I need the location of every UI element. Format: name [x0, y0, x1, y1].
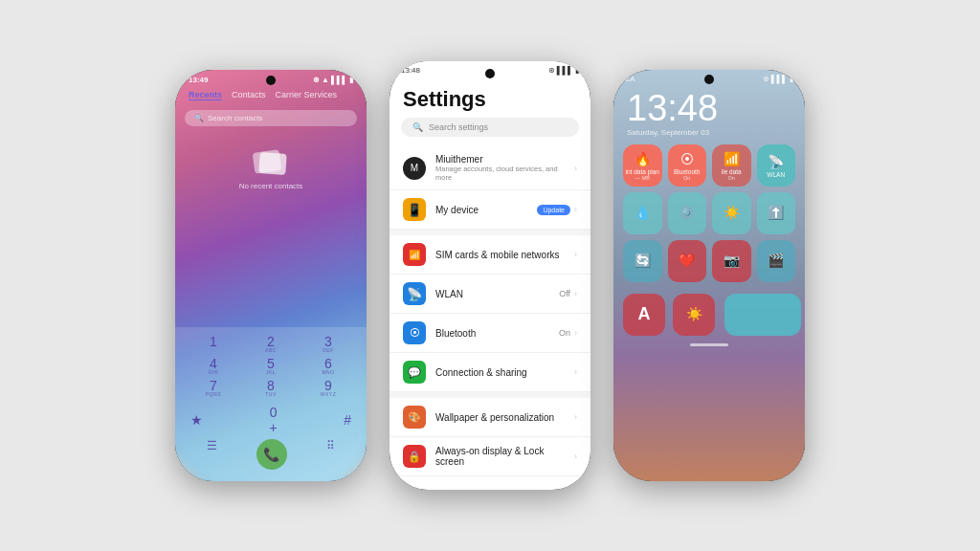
chevron-icon-sim: ›: [574, 250, 577, 259]
dial-key-5[interactable]: 5JKL: [244, 357, 298, 375]
tile-r2-3[interactable]: ☀️: [712, 192, 751, 234]
settings-item-miuithemer[interactable]: M Miuithemer Manage accounts, cloud serv…: [390, 146, 590, 190]
connection-text: Connection & sharing: [435, 367, 565, 378]
settings-item-wallpaper[interactable]: 🎨 Wallpaper & personalization ›: [390, 398, 590, 437]
mobile-sublabel: On: [728, 175, 735, 181]
camera-cutout: [266, 76, 276, 85]
battery-icon: ▮: [349, 76, 353, 84]
settings-search[interactable]: 🔍 Search settings: [401, 118, 579, 137]
settings-item-connection[interactable]: 💬 Connection & sharing ›: [390, 353, 590, 392]
dial-key-1[interactable]: 1: [187, 335, 240, 353]
chevron-icon-wlan: ›: [574, 289, 577, 298]
mydevice-icon: 📱: [403, 198, 426, 221]
status-time-1: 13:49: [189, 76, 208, 84]
tile-r3-4[interactable]: 🎬: [757, 240, 796, 282]
card-front: [258, 152, 286, 175]
dial-key-2[interactable]: 2ABC: [244, 335, 298, 353]
settings-item-sim[interactable]: 📶 SIM cards & mobile networks ›: [390, 235, 590, 275]
tile-r2-2[interactable]: ⚙️: [668, 192, 707, 234]
status-time-2: 13:48: [401, 66, 420, 75]
mydevice-text: My device: [435, 205, 527, 215]
miuithemer-right: ›: [574, 164, 577, 173]
mobile-label: ile data: [722, 168, 742, 175]
mydevice-right: Update ›: [537, 205, 577, 215]
dial-key-7[interactable]: 7PQRS: [187, 379, 240, 397]
control-grid-row1: 🔥 int data plan — MB ⦿ Bluetooth On 📶 il…: [613, 144, 805, 187]
dial-key-9[interactable]: 9WXYZ: [301, 379, 355, 397]
dial-star[interactable]: ★: [190, 412, 203, 428]
connection-right: ›: [574, 367, 577, 377]
grid-icon[interactable]: ⠿: [326, 439, 335, 470]
tile-r3-1[interactable]: 🔄: [623, 240, 662, 282]
search-icon-2: 🔍: [412, 122, 423, 132]
wlan-text: WLAN: [435, 289, 549, 299]
update-badge[interactable]: Update: [537, 205, 570, 215]
r3-1-icon: 🔄: [635, 253, 651, 268]
search-placeholder: Search contacts: [208, 114, 262, 122]
recents-area: No recent contacts: [175, 132, 367, 209]
miuithemer-text: Miuithemer Manage accounts, cloud servic…: [435, 154, 565, 182]
dial-zero[interactable]: 0+: [270, 405, 278, 435]
dial-key-6[interactable]: 6MNO: [301, 357, 355, 375]
data-icon: 🔥: [635, 151, 651, 166]
data-label: int data plan: [626, 168, 659, 175]
chevron-icon-bt: ›: [574, 328, 577, 338]
signal-icon-3: ▌▌▌: [771, 75, 788, 83]
tile-wlan[interactable]: 📡 WLAN: [757, 144, 796, 187]
r2-3-icon: ☀️: [724, 205, 740, 220]
sim-right: ›: [574, 250, 577, 259]
tab-recents[interactable]: Recents: [189, 90, 222, 100]
settings-list: M Miuithemer Manage accounts, cloud serv…: [390, 146, 590, 476]
tile-wide-control[interactable]: [724, 294, 801, 336]
signal-icon: ▌▌▌: [331, 76, 347, 84]
tile-bluetooth[interactable]: ⦿ Bluetooth On: [668, 144, 707, 187]
dial-key-8[interactable]: 8TUV: [244, 379, 298, 397]
connection-name: Connection & sharing: [435, 367, 565, 378]
tile-r3-2[interactable]: ❤️: [668, 240, 707, 282]
tile-data-plan[interactable]: 🔥 int data plan — MB: [623, 144, 662, 187]
tile-r3-3[interactable]: 📷: [712, 240, 751, 282]
wifi-icon: ▲: [322, 76, 329, 84]
dial-hash[interactable]: #: [344, 412, 351, 428]
mydevice-name: My device: [435, 205, 527, 215]
bt-icon-3: ⊛: [763, 75, 769, 83]
tab-carrier-services[interactable]: Carrier Services: [276, 90, 338, 100]
call-button[interactable]: 📞: [256, 439, 287, 470]
phone-control-center: EA ⊛ ▌▌▌ ▮ 13:48 Saturday, September 03 …: [613, 70, 805, 481]
tab-contacts[interactable]: Contacts: [232, 90, 266, 100]
miuithemer-icon: M: [403, 157, 426, 180]
camera-cutout-3: [704, 75, 714, 84]
tile-font[interactable]: A: [623, 294, 665, 336]
dialpad-grid: 1 2ABC 3DEF 4GHI 5JKL 6MNO 7PQRS 8TUV 9W…: [187, 335, 355, 397]
tile-r2-1[interactable]: 💧: [623, 192, 662, 234]
control-grid-row2: 💧 ⚙️ ☀️ ⬆️: [613, 192, 805, 234]
wallpaper-right: ›: [574, 412, 577, 422]
settings-item-wlan[interactable]: 📡 WLAN Off ›: [390, 275, 590, 314]
sim-text: SIM cards & mobile networks: [435, 250, 565, 260]
settings-item-bluetooth[interactable]: ⦿ Bluetooth On ›: [390, 314, 590, 353]
bottom-nav-1: ☰ 📞 ⠿: [187, 435, 355, 474]
settings-screen: 13:48 ⊛ ▌▌▌ ▮ Settings 🔍 Search settings…: [390, 61, 590, 490]
bt-icon: ⊛: [313, 76, 320, 84]
wallpaper-text: Wallpaper & personalization: [435, 412, 565, 423]
status-carrier-3: EA: [625, 75, 635, 83]
menu-icon[interactable]: ☰: [207, 439, 217, 470]
wlan-right: Off ›: [559, 289, 577, 298]
settings-item-display[interactable]: 🔒 Always-on display & Lock screen ›: [390, 437, 590, 476]
tile-brightness[interactable]: ☀️: [673, 294, 715, 336]
contact-cards-icon: [254, 151, 288, 178]
search-settings-placeholder: Search settings: [429, 122, 488, 132]
chevron-icon-connection: ›: [574, 367, 577, 377]
tile-r2-4[interactable]: ⬆️: [757, 192, 796, 234]
brightness-icon: ☀️: [686, 306, 702, 321]
settings-item-mydevice[interactable]: 📱 My device Update ›: [390, 190, 590, 230]
dial-key-4[interactable]: 4GHI: [187, 357, 240, 375]
display-icon: 🔒: [403, 445, 426, 468]
home-bar: [690, 343, 728, 346]
bluetooth-name: Bluetooth: [435, 328, 549, 339]
wlan-icon: 📡: [403, 282, 426, 305]
dial-key-3[interactable]: 3DEF: [301, 335, 355, 353]
r3-2-icon: ❤️: [679, 253, 695, 268]
contacts-search[interactable]: 🔍 Search contacts: [185, 110, 357, 126]
tile-mobile-data[interactable]: 📶 ile data On: [712, 144, 751, 187]
